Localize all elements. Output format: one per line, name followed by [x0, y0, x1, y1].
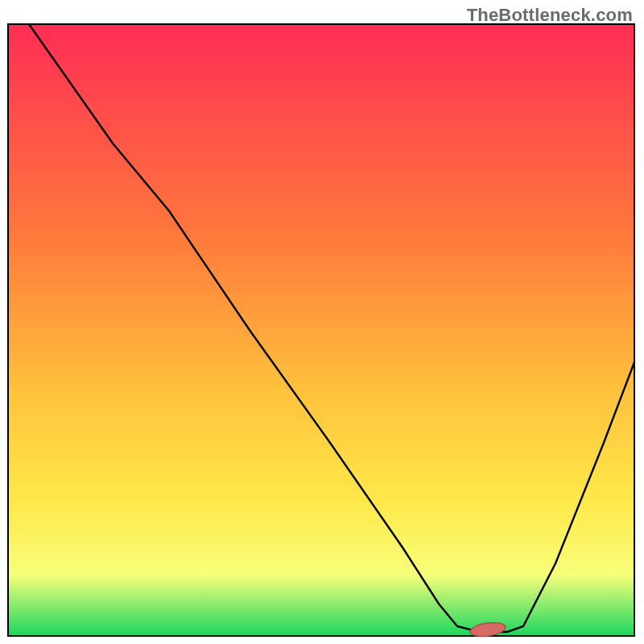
chart-container: { "watermark": "TheBottleneck.com", "col… — [0, 0, 644, 644]
plot-background — [8, 24, 634, 636]
bottleneck-chart — [0, 0, 644, 644]
